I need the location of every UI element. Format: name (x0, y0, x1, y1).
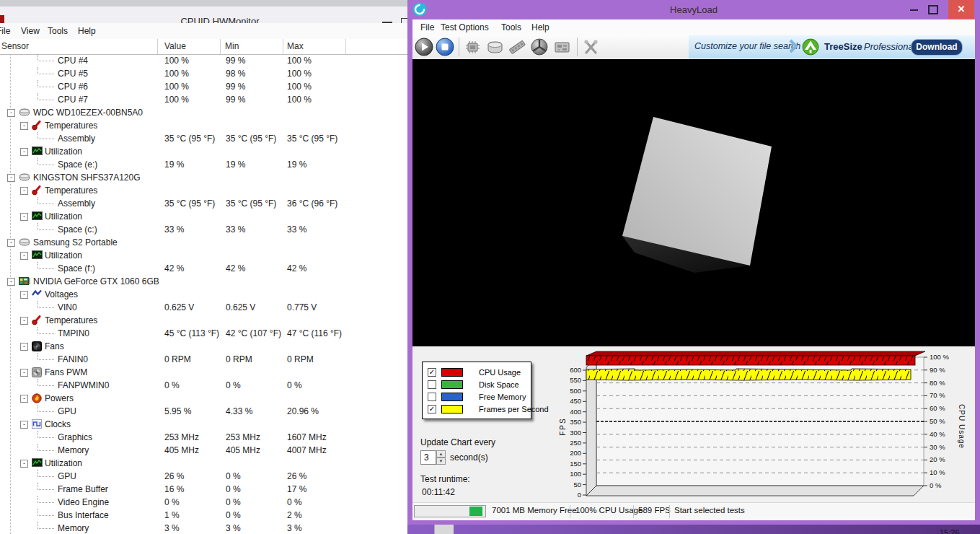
expand-toggle[interactable]: - (20, 343, 28, 351)
tree-row[interactable]: -Voltages (0, 288, 407, 301)
banner-tagline: Customize your file search (694, 41, 800, 51)
sphere-test-icon[interactable] (530, 38, 549, 57)
tree-row[interactable]: -Utilization (0, 210, 407, 223)
download-button[interactable]: Download (911, 39, 963, 56)
tree-row[interactable]: Graphics253 MHz253 MHz1607 MHz (0, 431, 407, 444)
tree-row[interactable]: CPU #7100 %99 %100 % (0, 93, 407, 106)
tree-row[interactable]: GPU26 %0 %26 % (0, 470, 407, 483)
tree-row[interactable]: Memory405 MHz405 MHz4007 MHz (0, 444, 407, 457)
tree-row[interactable]: Assembly35 °C (95 °F)35 °C (95 °F)36 °C … (0, 197, 407, 210)
close-button[interactable]: ✕ (948, 0, 974, 19)
legend-checkbox[interactable] (428, 393, 436, 401)
minimize-button[interactable] (910, 9, 918, 11)
tree-row[interactable]: -Utilization (0, 249, 407, 262)
legend-checkbox[interactable] (428, 380, 436, 389)
tree-row[interactable]: FANPWMIN00 %0 %0 % (0, 379, 407, 392)
expand-toggle[interactable]: - (20, 187, 28, 195)
hwmonitor-titlebar[interactable]: CPUID HWMonitor (0, 6, 407, 23)
svg-text:50: 50 (573, 481, 581, 489)
cpu-test-icon[interactable] (463, 38, 482, 57)
tree-row[interactable]: VIN00.625 V0.625 V0.775 V (0, 301, 407, 314)
tree-row[interactable]: TMPIN045 °C (113 °F)42 °C (107 °F)47 °C … (0, 327, 407, 340)
tree-connector (37, 132, 54, 139)
expand-toggle[interactable]: - (20, 460, 28, 468)
tree-row[interactable]: CPU #5100 %98 %100 % (0, 67, 407, 80)
column-separator[interactable] (345, 39, 346, 54)
expand-toggle[interactable]: - (20, 317, 28, 325)
menu-tools[interactable]: Tools (501, 22, 521, 32)
column-separator[interactable] (220, 39, 221, 54)
settings-tools-icon[interactable] (581, 38, 601, 57)
tree-row[interactable]: Assembly35 °C (95 °F)35 °C (95 °F)35 °C … (0, 132, 407, 145)
sensor-value: 253 MHz (164, 432, 199, 442)
tree-row[interactable]: -Clocks (0, 418, 407, 431)
menu-view[interactable]: View (21, 26, 40, 36)
sensor-name: KINGSTON SHFS37A120G (33, 172, 141, 183)
tree-row[interactable]: CPU #4100 %99 %100 % (0, 54, 407, 67)
tree-row[interactable]: GPU5.95 %4.33 %20.96 % (0, 405, 407, 418)
expand-toggle[interactable]: - (7, 174, 15, 182)
tree-row[interactable]: -Utilization (0, 457, 407, 470)
tree-row[interactable]: Space (e:)19 %19 %19 % (0, 158, 407, 171)
expand-toggle[interactable]: - (7, 109, 15, 117)
menu-tools[interactable]: Tools (48, 26, 68, 36)
expand-toggle[interactable]: - (20, 213, 28, 221)
sensor-max: 2 % (287, 510, 302, 520)
expand-toggle[interactable]: - (20, 291, 28, 299)
menu-file[interactable]: File (0, 26, 10, 36)
column-separator[interactable] (157, 39, 158, 54)
tree-row[interactable]: -Temperatures (0, 184, 407, 197)
tree-row[interactable]: CPU #6100 %99 %100 % (0, 80, 407, 93)
stepper-up-button[interactable]: ▲ (436, 450, 446, 458)
expand-toggle[interactable]: - (20, 148, 28, 156)
expand-toggle[interactable]: - (20, 369, 28, 377)
menu-test-options[interactable]: Test Options (441, 22, 489, 32)
expand-toggle[interactable]: - (20, 252, 28, 260)
tree-row[interactable]: -Utilization (0, 145, 407, 158)
fan-pwm-icon (32, 367, 43, 377)
status-fps: 589 FPS (638, 506, 671, 515)
legend-checkbox[interactable]: ✓ (428, 368, 436, 377)
interval-input[interactable]: 3 (420, 450, 436, 465)
tree-row[interactable]: -NVIDIA GeForce GTX 1060 6GB (0, 275, 407, 288)
column-separator[interactable] (283, 39, 283, 54)
tree-row[interactable]: -Powers (0, 392, 407, 405)
svg-text:100: 100 (570, 470, 581, 478)
expand-toggle[interactable]: - (20, 122, 28, 130)
menu-help[interactable]: Help (78, 26, 96, 36)
tree-row[interactable]: -WDC WD10EZEX-00BN5A0 (0, 106, 407, 119)
tree-row[interactable]: -Temperatures (0, 119, 407, 132)
tree-row[interactable]: Space (c:)33 %33 %33 % (0, 223, 407, 236)
tree-row[interactable]: -Temperatures (0, 314, 407, 327)
expand-toggle[interactable]: - (7, 239, 15, 247)
memory-test-icon[interactable] (508, 38, 527, 57)
column-value[interactable]: Value (164, 41, 186, 51)
tree-row[interactable]: Memory3 %3 %3 % (0, 522, 407, 534)
windows-taskbar[interactable]: 15:26 (407, 525, 980, 534)
column-max[interactable]: Max (287, 41, 304, 51)
column-min[interactable]: Min (225, 41, 239, 51)
tree-row[interactable]: Space (f:)42 %42 %42 % (0, 262, 407, 275)
tree-row[interactable]: -Samsung S2 Portable (0, 236, 407, 249)
legend-checkbox[interactable]: ✓ (428, 405, 436, 413)
menu-help[interactable]: Help (531, 22, 549, 32)
tree-row[interactable]: FANIN00 RPM0 RPM0 RPM (0, 353, 407, 366)
menu-file[interactable]: File (420, 22, 434, 32)
stepper-down-button[interactable]: ▼ (436, 458, 446, 465)
expand-toggle[interactable]: - (7, 278, 15, 286)
start-test-button[interactable] (415, 38, 434, 57)
stop-test-button[interactable] (436, 38, 455, 57)
tree-row[interactable]: -KINGSTON SHFS37A120G (0, 171, 407, 184)
expand-toggle[interactable]: - (20, 421, 28, 429)
column-sensor[interactable]: Sensor (1, 41, 29, 51)
tree-row[interactable]: Video Engine0 %0 %0 % (0, 496, 407, 509)
gpu-test-icon[interactable] (552, 38, 572, 57)
ad-banner[interactable]: Customize your file search TreeSize Prof… (689, 35, 975, 58)
tree-row[interactable]: Frame Buffer16 %0 %17 % (0, 483, 407, 496)
tree-row[interactable]: Bus Interface1 %0 %2 % (0, 509, 407, 522)
disk-test-icon[interactable] (485, 38, 505, 57)
maximize-button[interactable] (928, 5, 938, 14)
tree-row[interactable]: -Fans (0, 340, 407, 353)
expand-toggle[interactable]: - (20, 395, 28, 403)
tree-row[interactable]: -Fans PWM (0, 366, 407, 379)
